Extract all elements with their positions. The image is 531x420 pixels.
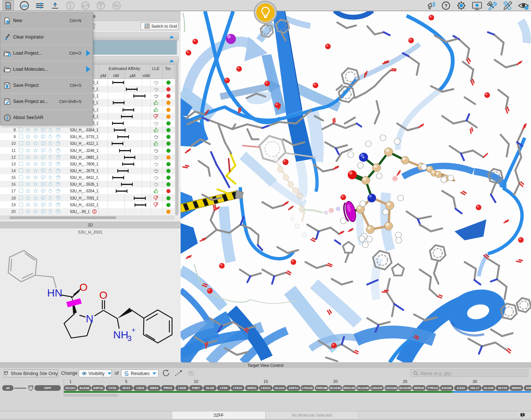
- svg-text:?: ?: [444, 3, 447, 9]
- svg-text:HN: HN: [47, 287, 62, 299]
- svg-text:N: N: [86, 313, 93, 325]
- svg-text:O: O: [79, 281, 88, 293]
- svg-text:3: 3: [127, 334, 132, 343]
- svg-text:+: +: [132, 326, 136, 334]
- svg-text:NH: NH: [113, 329, 128, 341]
- svg-text:+: +: [362, 155, 365, 160]
- svg-text:O: O: [99, 289, 108, 301]
- svg-text:ph4: ph4: [21, 4, 27, 8]
